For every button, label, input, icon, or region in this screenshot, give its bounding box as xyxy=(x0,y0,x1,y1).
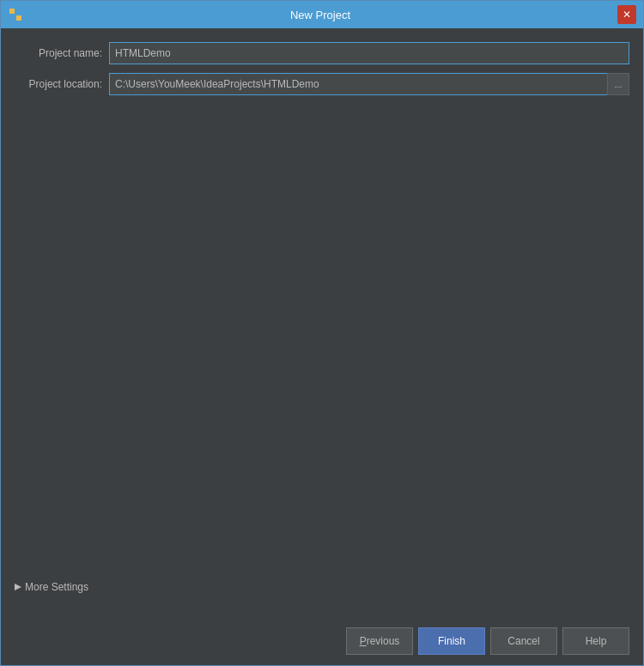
button-bar: Previous Finish Cancel Help xyxy=(1,621,643,665)
more-settings-toggle[interactable]: More Settings xyxy=(15,578,629,596)
svg-rect-1 xyxy=(16,9,21,14)
finish-button[interactable]: Finish xyxy=(418,627,485,655)
project-location-input[interactable] xyxy=(109,73,607,95)
new-project-dialog: New Project ✕ Project name: Project loca… xyxy=(0,0,644,666)
project-name-input[interactable] xyxy=(109,42,629,64)
more-settings-label: More Settings xyxy=(25,581,88,593)
project-location-row: Project location: ... xyxy=(15,73,629,95)
more-settings-triangle-icon xyxy=(15,581,21,593)
browse-button[interactable]: ... xyxy=(607,73,629,95)
svg-marker-4 xyxy=(15,584,21,590)
close-button[interactable]: ✕ xyxy=(617,5,636,24)
project-location-label: Project location: xyxy=(15,78,109,90)
svg-rect-2 xyxy=(9,15,15,21)
svg-rect-0 xyxy=(9,9,15,14)
project-location-field: ... xyxy=(109,73,629,95)
title-bar: New Project ✕ xyxy=(1,1,643,28)
dialog-title: New Project xyxy=(23,9,617,21)
app-icon xyxy=(8,7,23,22)
project-name-label: Project name: xyxy=(15,47,109,59)
previous-button[interactable]: Previous xyxy=(346,627,413,655)
dialog-content: Project name: Project location: ... More… xyxy=(1,28,643,621)
help-button[interactable]: Help xyxy=(562,627,629,655)
project-name-row: Project name: xyxy=(15,42,629,64)
svg-rect-3 xyxy=(16,15,21,21)
cancel-button[interactable]: Cancel xyxy=(490,627,557,655)
content-spacer xyxy=(15,104,629,578)
